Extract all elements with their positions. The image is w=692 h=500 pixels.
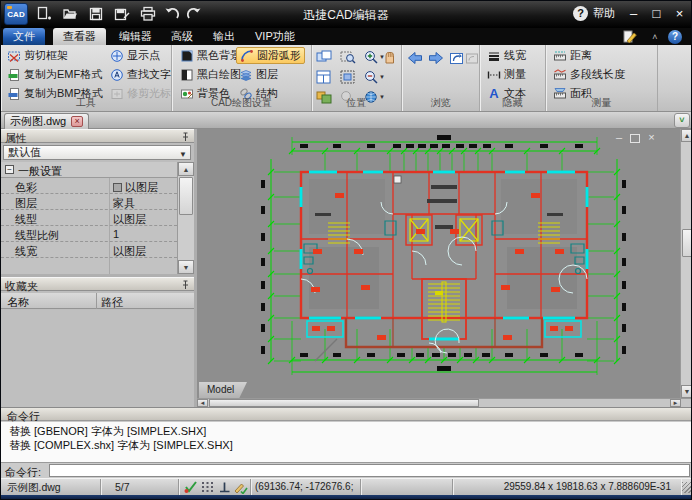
favorites-col-path: 路径 [101, 295, 123, 310]
canvas-hscrollbar[interactable]: ◄ ► [197, 398, 692, 407]
measure-polyline-button[interactable]: 多段线长度 [550, 66, 628, 83]
command-input[interactable] [49, 464, 690, 477]
favorites-list[interactable] [1, 310, 194, 407]
help-button[interactable]: ? 帮助 [573, 6, 615, 21]
drawing-canvas[interactable] [197, 129, 680, 398]
properties-scroll-thumb[interactable] [179, 177, 193, 215]
document-tab[interactable]: 示例图.dwg × [4, 113, 89, 129]
print-button[interactable] [137, 4, 159, 24]
property-row-linetype[interactable]: 线型 以图层 [1, 210, 177, 226]
zoom-out-button[interactable]: ▼ [364, 68, 390, 86]
command-history[interactable]: 替换 [GBENOR] 字体为 [SIMPLEX.SHX] 替换 [COMPLE… [1, 422, 692, 462]
status-toggles [179, 479, 251, 496]
show-points-button[interactable]: 显示点 [107, 47, 163, 64]
pan-hand-icon [382, 50, 397, 64]
tab-editor[interactable]: 编辑器 [109, 28, 162, 45]
collapse-box-icon[interactable]: − [5, 165, 14, 174]
window-cascade-button[interactable] [316, 48, 336, 66]
close-button[interactable]: × [669, 5, 690, 23]
command-panel-header[interactable]: 命令行 [1, 407, 692, 421]
favorites-pin-icon[interactable] [181, 280, 190, 290]
floor-plan[interactable] [197, 129, 680, 398]
mdi-restore-icon[interactable] [630, 134, 640, 143]
canvas-vscroll-thumb[interactable] [682, 229, 692, 257]
properties-preset-dropdown[interactable]: 默认值 ▼ [3, 145, 191, 160]
window-tile-button[interactable] [316, 68, 336, 86]
black-bg-button[interactable]: 黑色背景 [177, 47, 244, 64]
document-tab-close-icon[interactable]: × [71, 116, 83, 127]
window-bottom-border [1, 495, 692, 500]
measure-distance-button[interactable]: 距离 [550, 47, 595, 64]
favorites-columns: 名称 路径 [1, 293, 194, 309]
tab-viewer[interactable]: 查看器 [53, 28, 106, 45]
group-measure-title: 测量 [546, 96, 657, 110]
zoom-in-icon [364, 50, 378, 64]
property-row-layer[interactable]: 图层 家具 [1, 194, 177, 210]
canvas-scroll-up-icon[interactable]: ▲ [681, 129, 692, 142]
canvas-vscrollbar[interactable]: ▲ ▼ [680, 129, 692, 398]
properties-scrollbar[interactable]: ▲ ▼ [177, 162, 194, 274]
pencil-doc-icon [623, 30, 637, 43]
bw-draw-button[interactable]: 黑白绘图 [177, 66, 244, 83]
undo-button[interactable] [161, 4, 183, 24]
model-tab[interactable]: Model [199, 382, 247, 398]
snap-toggle-icon[interactable] [183, 480, 198, 494]
pan-button[interactable] [382, 48, 402, 66]
new-file-button[interactable] [33, 4, 55, 24]
canvas-scroll-left-icon[interactable]: ◄ [197, 399, 208, 407]
print-icon [140, 6, 156, 22]
smooth-arc-button[interactable]: 圆滑弧形 [236, 47, 305, 64]
property-row-color[interactable]: 色彩 以图层 [1, 178, 177, 194]
nav-back-icon [407, 51, 423, 65]
scroll-up-icon[interactable]: ▲ [178, 162, 194, 176]
properties-header: 属性 [1, 129, 194, 143]
hide-linewidth-button[interactable]: 线宽 [484, 47, 529, 64]
properties-group-row[interactable]: − 一般设置 [1, 162, 177, 178]
save-button[interactable] [85, 4, 107, 24]
command-line-1: 替换 [GBENOR] 字体为 [SIMPLEX.SHX] [9, 424, 685, 438]
tab-output[interactable]: 输出 [203, 28, 245, 45]
property-row-ltscale[interactable]: 线型比例 1 [1, 226, 177, 242]
minimize-button[interactable]: – [623, 5, 644, 23]
tab-advanced[interactable]: 高级 [161, 28, 203, 45]
nav-back-button[interactable] [407, 49, 427, 67]
status-coordinates: (69136.74; -172676.6; 0) [251, 479, 361, 496]
nav-forward-button[interactable] [428, 49, 448, 67]
drawing-toolbar-expand-button[interactable]: ˅ [674, 113, 690, 128]
find-text-button[interactable]: 查找文字 [107, 66, 174, 83]
resize-grip[interactable] [682, 482, 692, 493]
zoom-window-button[interactable] [340, 48, 360, 66]
canvas-hscroll-thumb[interactable] [209, 399, 479, 407]
ortho-toggle-icon[interactable] [217, 480, 232, 494]
mdi-close-icon[interactable]: × [648, 132, 654, 143]
mdi-minimize-icon[interactable]: – [616, 132, 622, 143]
tab-vip[interactable]: VIP功能 [245, 28, 305, 45]
grid-toggle-icon[interactable] [200, 480, 215, 494]
collapse-ribbon-button[interactable]: ˄ [646, 29, 664, 44]
edit-mode-button[interactable] [621, 29, 639, 44]
zoom-extents-button[interactable] [340, 68, 360, 86]
group-position: ▼ ▼ ▼ 位置 [312, 45, 402, 111]
scroll-down-icon[interactable]: ▼ [178, 260, 194, 274]
save-as-button[interactable] [111, 4, 133, 24]
group-browse: 浏览 [402, 45, 480, 111]
cut-frame-button[interactable]: 剪切框架 [4, 47, 71, 64]
tab-file[interactable]: 文件 [3, 28, 45, 45]
ribbon-help-button[interactable]: ? [666, 29, 684, 44]
status-page: 5/7 [101, 479, 179, 496]
find-text-icon [110, 68, 124, 82]
draw-toggle-icon[interactable] [233, 480, 248, 494]
window-title: 迅捷CAD编辑器 [181, 7, 511, 24]
cut-frame-label: 剪切框架 [24, 48, 68, 63]
copy-emf-button[interactable]: 复制为EMF格式 [4, 66, 105, 83]
layers-button[interactable]: 图层 [236, 66, 281, 83]
app-logo-icon[interactable]: CAD [4, 3, 28, 25]
favorites-header: 收藏夹 [1, 277, 194, 291]
canvas-scroll-right-icon[interactable]: ► [670, 399, 681, 407]
maximize-button[interactable]: □ [646, 5, 667, 23]
pin-icon[interactable] [181, 132, 190, 142]
canvas-scroll-down-icon[interactable]: ▼ [681, 385, 692, 398]
hide-measure-button[interactable]: 测量 [484, 66, 529, 83]
open-file-button[interactable] [59, 4, 81, 24]
property-row-lineweight[interactable]: 线宽 以图层 [1, 242, 177, 258]
